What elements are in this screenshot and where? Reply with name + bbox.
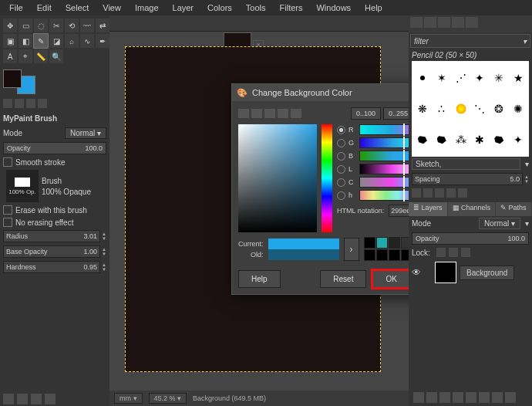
brush-cell[interactable]	[452, 93, 470, 123]
c-slider[interactable]	[359, 177, 409, 188]
brush-cell[interactable]: ✦	[471, 63, 490, 93]
lock-pixels-icon[interactable]	[436, 248, 446, 257]
reset-button[interactable]: Reset	[320, 270, 366, 288]
layer-up-icon[interactable]	[439, 392, 450, 403]
brush-action-icon[interactable]	[412, 188, 421, 198]
tool-zoom[interactable]: 🔍	[49, 49, 63, 63]
foreground-color[interactable]	[3, 69, 22, 88]
layer-new-icon[interactable]	[413, 392, 424, 403]
hue-strip[interactable]	[322, 124, 332, 232]
menu-windows[interactable]: Windows	[310, 2, 357, 14]
mode-select[interactable]: Normal ▾	[65, 127, 106, 139]
tab-paths[interactable]: ✎ Paths	[496, 202, 531, 216]
restore-options-icon[interactable]	[17, 394, 28, 404]
tool-rotate[interactable]: ⟲	[65, 19, 79, 32]
lock-position-icon[interactable]	[449, 248, 458, 257]
g-slider[interactable]	[359, 137, 409, 148]
history-swatch[interactable]	[401, 237, 409, 249]
picker-mode-icon[interactable]	[264, 109, 275, 118]
brush-cell[interactable]	[413, 63, 432, 93]
brush-cell[interactable]: ∴	[433, 93, 451, 123]
brush-cell[interactable]: ⋱	[471, 93, 490, 123]
brush-cell[interactable]: ★	[509, 63, 527, 93]
opt-icon[interactable]	[38, 99, 47, 108]
brush-preview[interactable]: 100% Op.	[6, 170, 39, 202]
layer-down-icon[interactable]	[453, 392, 463, 403]
menu-help[interactable]: Help	[359, 2, 389, 14]
brush-cell[interactable]: ✺	[509, 93, 527, 123]
layer-row[interactable]: 👁 Background	[409, 259, 532, 286]
opacity-slider[interactable]: Opacity100.0	[3, 142, 106, 154]
tab-layers[interactable]: ≣ Layers	[409, 202, 447, 216]
range-0-255-button[interactable]: 0..255	[383, 107, 409, 120]
tool-paintbrush[interactable]: ✎	[34, 34, 48, 48]
history-swatch[interactable]	[364, 237, 375, 249]
layer-mask-icon[interactable]	[492, 392, 503, 403]
c-radio[interactable]	[337, 178, 345, 187]
dock-tab-icon[interactable]	[424, 17, 436, 28]
l-slider[interactable]	[359, 164, 409, 174]
noerase-checkbox[interactable]	[3, 218, 12, 227]
reset-options-icon[interactable]	[45, 394, 56, 404]
menu-view[interactable]: View	[96, 2, 127, 14]
units-select[interactable]: mm ▾	[114, 393, 143, 404]
range-0-100-button[interactable]: 0..100	[351, 107, 381, 120]
tool-smudge[interactable]: ∿	[80, 34, 94, 48]
layer-name[interactable]: Background	[460, 266, 514, 280]
tab-channels[interactable]: ▦ Channels	[448, 202, 496, 216]
lock-alpha-icon[interactable]	[461, 248, 470, 257]
menu-layer[interactable]: Layer	[167, 2, 200, 14]
brush-cell[interactable]: ✶	[433, 63, 451, 93]
g-radio[interactable]	[337, 139, 345, 147]
brush-cell[interactable]: ⋰	[452, 63, 470, 93]
brush-action-icon[interactable]	[423, 188, 433, 198]
tool-gradient[interactable]: ◧	[19, 34, 32, 48]
help-button[interactable]: Help	[238, 270, 281, 288]
picker-mode-icon[interactable]	[291, 109, 301, 118]
history-swatch[interactable]	[389, 237, 400, 249]
b-slider[interactable]	[359, 151, 409, 161]
save-options-icon[interactable]	[3, 394, 14, 404]
tool-rect-select[interactable]: ▭	[19, 19, 32, 32]
dock-tab-icon[interactable]	[452, 17, 464, 28]
opt-icon[interactable]	[3, 99, 12, 108]
menu-file[interactable]: File	[3, 2, 29, 14]
spacing-field[interactable]: Spacing5.0	[412, 173, 523, 185]
history-swatch[interactable]	[389, 249, 400, 261]
dock-tab-icon[interactable]	[466, 17, 478, 28]
brush-cell[interactable]: ❋	[413, 93, 432, 123]
brush-filter-input[interactable]: filter▾	[410, 34, 530, 48]
picker-mode-icon[interactable]	[251, 109, 262, 118]
tool-picker[interactable]: ⌖	[19, 49, 32, 63]
tool-text[interactable]: A	[3, 49, 17, 63]
tool-bucket[interactable]: ▣	[3, 34, 17, 48]
sv-picker[interactable]	[238, 124, 317, 232]
dock-tab-icon[interactable]	[438, 17, 450, 28]
tool-warp[interactable]: 〰	[80, 19, 94, 32]
zoom-select[interactable]: 45.2 % ▾	[149, 393, 187, 404]
menu-colors[interactable]: Colors	[201, 2, 238, 14]
r-slider[interactable]	[359, 124, 409, 135]
brush-action-icon[interactable]	[435, 188, 444, 198]
tool-flip[interactable]: ⇄	[96, 19, 109, 32]
smooth-checkbox[interactable]	[3, 157, 12, 167]
opt-icon[interactable]	[26, 99, 35, 108]
layer-dup-icon[interactable]	[466, 392, 476, 403]
tool-eraser[interactable]: ◪	[49, 34, 63, 48]
opt-icon[interactable]	[15, 99, 24, 108]
menu-edit[interactable]: Edit	[31, 2, 58, 14]
history-swatch[interactable]	[401, 249, 409, 261]
layer-delete-icon[interactable]	[505, 392, 516, 403]
menu-select[interactable]: Select	[59, 2, 96, 14]
brush-cell[interactable]	[413, 125, 432, 155]
brush-action-icon[interactable]	[458, 188, 467, 198]
layer-mode-select[interactable]: Normal ▾	[479, 218, 520, 229]
history-swatch[interactable]	[376, 237, 388, 249]
menu-filters[interactable]: Filters	[274, 2, 309, 14]
tool-measure[interactable]: 📏	[34, 49, 48, 63]
tool-free-select[interactable]: ◌	[34, 19, 48, 32]
tool-clone[interactable]: ⌕	[65, 34, 79, 48]
ok-button[interactable]: OK	[372, 270, 409, 288]
brush-cell[interactable]: ⁂	[452, 125, 470, 155]
menu-tools[interactable]: Tools	[240, 2, 272, 14]
